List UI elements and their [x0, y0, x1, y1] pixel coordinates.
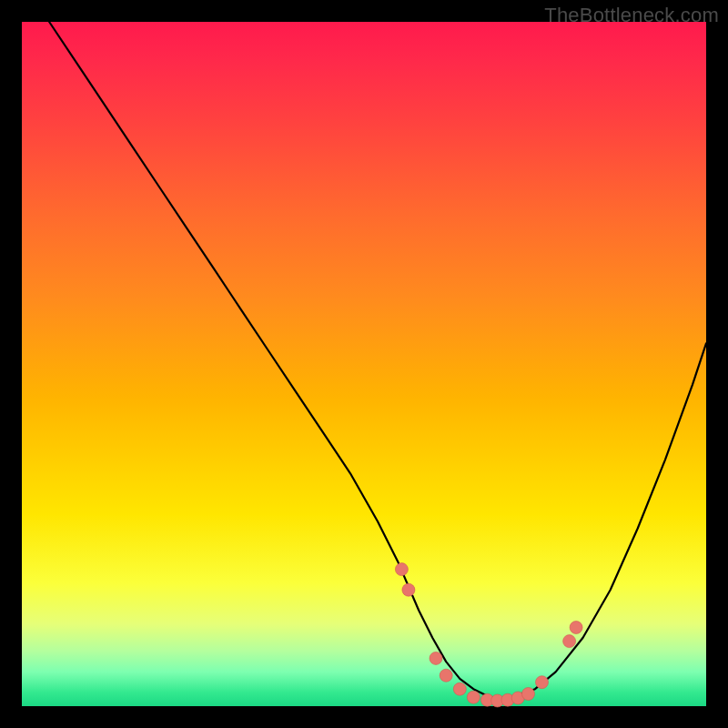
curve-dot — [402, 583, 415, 596]
bottleneck-curve — [49, 22, 706, 700]
curve-dot — [570, 622, 582, 634]
curve-dot — [522, 688, 535, 701]
curve-dot — [440, 669, 452, 682]
curve-dot — [563, 635, 576, 648]
curve-dot — [467, 691, 480, 703]
curve-dots — [395, 563, 582, 707]
chart-canvas — [22, 22, 706, 706]
curve-dot — [536, 676, 549, 689]
curve-dot — [430, 652, 442, 664]
plot-svg — [22, 22, 706, 706]
watermark-text: TheBottleneck.com — [544, 4, 719, 27]
curve-dot — [395, 563, 408, 576]
curve-dot — [453, 682, 466, 695]
